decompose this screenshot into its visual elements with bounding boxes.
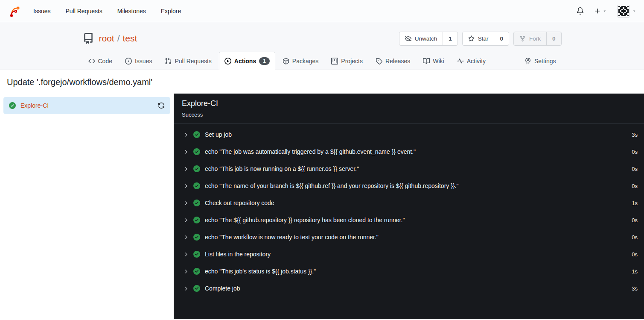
- git-pull-request-icon: [165, 58, 172, 65]
- job-status-text: Success: [182, 112, 636, 118]
- step-name: Complete job: [205, 285, 240, 292]
- job-log-panel: Explore-CI Success Set up job 3s echo "T…: [174, 94, 644, 319]
- unwatch-button[interactable]: Unwatch: [399, 32, 443, 45]
- fork-button-group: Fork 0: [513, 32, 562, 46]
- check-circle-icon: [193, 217, 200, 223]
- step-row[interactable]: echo "The job was automatically triggere…: [174, 143, 644, 160]
- navbar-item-pull-requests[interactable]: Pull Requests: [65, 8, 102, 15]
- step-name: echo "The workflow is now ready to test …: [205, 234, 379, 241]
- chevron-right-icon: [183, 200, 189, 206]
- step-name: echo "The name of your branch is ${{ git…: [205, 182, 458, 189]
- tab-pull-requests[interactable]: Pull Requests: [159, 52, 217, 70]
- chevron-right-icon: [183, 286, 189, 291]
- job-log-title: Explore-CI: [182, 99, 636, 108]
- play-icon: [224, 58, 231, 65]
- repo-name-link[interactable]: test: [123, 33, 137, 44]
- rerun-refresh-icon[interactable]: [158, 102, 165, 109]
- check-circle-icon: [193, 148, 200, 155]
- tab-releases[interactable]: Releases: [370, 52, 416, 70]
- watchers-count[interactable]: 1: [443, 32, 458, 45]
- chevron-right-icon: [183, 235, 189, 240]
- tab-settings[interactable]: Settings: [519, 52, 562, 70]
- run-title-bar: Update '.forgejo/workflows/demo.yaml': [0, 70, 644, 94]
- chevron-right-icon: [183, 269, 189, 274]
- jobs-sidebar: Explore-CI: [0, 94, 174, 319]
- check-circle-icon: [193, 268, 200, 275]
- chevron-down-icon: [603, 9, 607, 13]
- stars-count[interactable]: 0: [494, 32, 509, 45]
- step-row[interactable]: List files in the repository 0s: [174, 246, 644, 263]
- step-name: echo "The ${{ github.repository }} repos…: [205, 217, 405, 223]
- repo-owner-link[interactable]: root: [99, 33, 114, 44]
- repo-title-row: root / test Unwatch 1 Star 0: [83, 22, 562, 47]
- star-button-group: Star 0: [462, 32, 509, 46]
- navbar-item-milestones[interactable]: Milestones: [117, 8, 146, 15]
- git-fork-icon: [519, 35, 526, 42]
- repo-action-buttons: Unwatch 1 Star 0 Fork 0: [399, 32, 562, 46]
- check-circle-icon: [193, 165, 200, 172]
- tab-activity[interactable]: Activity: [452, 52, 491, 70]
- navbar-item-issues[interactable]: Issues: [33, 8, 50, 15]
- sidebar-job-explore-ci[interactable]: Explore-CI: [3, 97, 170, 114]
- tab-code[interactable]: Code: [83, 52, 118, 70]
- step-row[interactable]: Check out repository code 1s: [174, 194, 644, 211]
- tab-actions[interactable]: Actions 1: [219, 52, 275, 70]
- check-circle-icon: [193, 131, 200, 138]
- step-row[interactable]: Complete job 3s: [174, 280, 644, 297]
- tab-packages[interactable]: Packages: [277, 52, 324, 70]
- navbar-item-explore[interactable]: Explore: [161, 8, 181, 15]
- user-avatar[interactable]: [617, 5, 630, 18]
- chevron-right-icon: [183, 132, 189, 138]
- eye-closed-icon: [405, 35, 411, 42]
- step-duration: 0s: [632, 183, 638, 189]
- repo-breadcrumb: root / test: [99, 33, 137, 44]
- user-menu[interactable]: [617, 5, 636, 18]
- step-duration: 0s: [632, 149, 638, 155]
- tab-projects[interactable]: Projects: [326, 52, 368, 70]
- step-duration: 3s: [632, 285, 638, 292]
- book-icon: [423, 58, 430, 65]
- step-name: Check out repository code: [205, 200, 274, 206]
- step-duration: 0s: [632, 217, 638, 223]
- step-name: echo "The job was automatically triggere…: [205, 148, 416, 155]
- check-circle-icon: [9, 102, 16, 109]
- create-new-menu[interactable]: [594, 8, 607, 15]
- tools-icon: [525, 58, 531, 65]
- tab-issues[interactable]: Issues: [119, 52, 157, 70]
- step-name: echo "This job's status is ${{ job.statu…: [205, 268, 316, 275]
- check-circle-icon: [193, 200, 200, 206]
- step-name: echo "This job is now running on a ${{ r…: [205, 165, 359, 172]
- step-duration: 3s: [632, 132, 638, 138]
- chevron-right-icon: [183, 217, 189, 223]
- forgejo-logo-icon[interactable]: [8, 5, 20, 18]
- step-row[interactable]: echo "This job is now running on a ${{ r…: [174, 160, 644, 177]
- step-row[interactable]: Set up job 3s: [174, 126, 644, 143]
- repo-separator: /: [117, 33, 120, 44]
- check-circle-icon: [193, 234, 200, 241]
- repo-icon: [83, 33, 94, 44]
- tab-wiki[interactable]: Wiki: [417, 52, 449, 70]
- step-duration: 0s: [632, 166, 638, 172]
- steps-list: Set up job 3s echo "The job was automati…: [174, 124, 644, 297]
- step-row[interactable]: echo "The ${{ github.repository }} repos…: [174, 211, 644, 229]
- pulse-icon: [457, 58, 464, 65]
- tag-icon: [376, 58, 382, 65]
- navbar-right: [577, 5, 636, 18]
- notifications-bell-icon[interactable]: [577, 7, 584, 15]
- page-title: Update '.forgejo/workflows/demo.yaml': [7, 77, 637, 87]
- forks-count: 0: [546, 32, 561, 45]
- chevron-right-icon: [183, 166, 189, 172]
- issue-opened-icon: [125, 58, 132, 65]
- check-circle-icon: [193, 285, 200, 292]
- package-icon: [283, 58, 289, 65]
- star-button[interactable]: Star: [463, 32, 494, 45]
- step-row[interactable]: echo "The workflow is now ready to test …: [174, 229, 644, 246]
- job-name-label: Explore-CI: [20, 102, 49, 109]
- project-icon: [331, 58, 338, 65]
- job-log-header: Explore-CI Success: [174, 94, 644, 124]
- step-row[interactable]: echo "The name of your branch is ${{ git…: [174, 177, 644, 194]
- chevron-down-icon: [632, 9, 636, 13]
- chevron-right-icon: [183, 149, 189, 155]
- star-icon: [468, 35, 475, 42]
- step-row[interactable]: echo "This job's status is ${{ job.statu…: [174, 263, 644, 280]
